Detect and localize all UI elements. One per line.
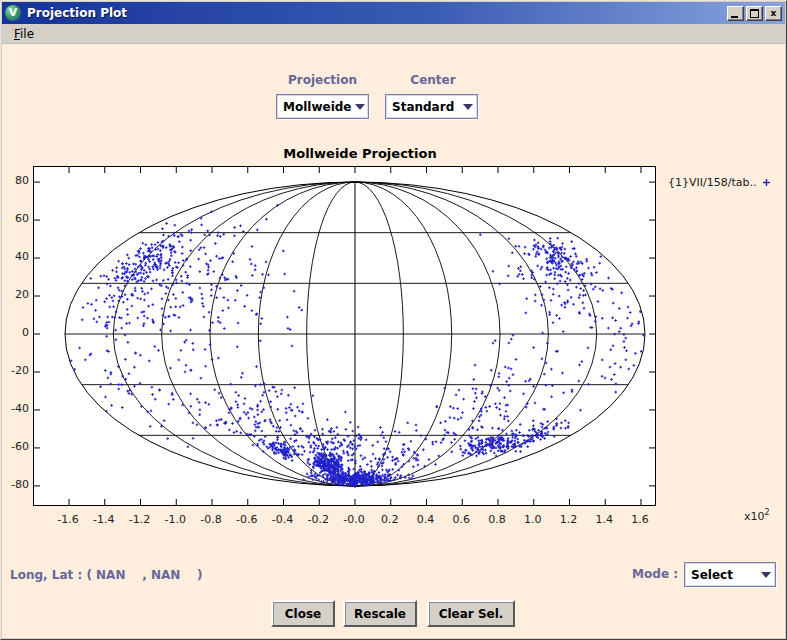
rescale-button[interactable]: Rescale — [343, 600, 417, 627]
mode-label: Mode : — [628, 567, 678, 581]
long-lat-readout: Long, Lat : ( NAN , NAN ) — [10, 568, 202, 582]
menubar: File — [2, 24, 785, 44]
x-tick-label: -0.8 — [200, 513, 221, 526]
mode-dropdown[interactable]: Select — [684, 562, 776, 587]
chevron-down-icon[interactable] — [351, 95, 369, 118]
titlebar[interactable]: V Projection Plot x — [2, 2, 785, 24]
x-tick-label: -1.4 — [93, 513, 114, 526]
y-tick-label: 20 — [0, 288, 29, 301]
x-tick-label: 1.0 — [524, 513, 542, 526]
x-tick-label: 1.6 — [631, 513, 649, 526]
x-tick-label: 1.4 — [596, 513, 614, 526]
y-tick-label: -60 — [0, 440, 29, 453]
close-button[interactable]: Close — [271, 600, 335, 627]
mode-dropdown-value: Select — [685, 568, 757, 582]
x-tick-label: -0.6 — [236, 513, 257, 526]
window-title: Projection Plot — [27, 6, 727, 20]
projection-label: Projection — [280, 73, 365, 87]
plot-title: Mollweide Projection — [260, 146, 460, 161]
projection-dropdown-value: Mollweide — [277, 100, 351, 114]
chevron-down-icon[interactable] — [757, 563, 775, 586]
projection-dropdown[interactable]: Mollweide — [276, 94, 369, 119]
y-tick-label: 40 — [0, 250, 29, 263]
mollweide-plot-svg[interactable] — [34, 167, 655, 505]
x-tick-label: 0.8 — [488, 513, 506, 526]
legend-marker-icon — [762, 178, 771, 187]
x-tick-label: -1.0 — [165, 513, 186, 526]
menu-file[interactable]: File — [8, 25, 40, 43]
legend-label: {1}VII/158/tab.. — [668, 176, 756, 189]
x-tick-label: 0.2 — [381, 513, 399, 526]
legend: {1}VII/158/tab.. — [668, 176, 771, 189]
x-tick-label: 1.2 — [560, 513, 578, 526]
close-icon[interactable]: x — [765, 6, 782, 21]
maximize-icon[interactable] — [746, 6, 763, 21]
x-tick-label: 0.6 — [453, 513, 471, 526]
center-label: Center — [403, 73, 463, 87]
x-tick-label: -1.6 — [57, 513, 78, 526]
chevron-down-icon[interactable] — [459, 95, 477, 118]
y-tick-label: 0 — [0, 326, 29, 339]
clear-sel-button[interactable]: Clear Sel. — [427, 600, 515, 627]
center-dropdown-value: Standard — [386, 100, 459, 114]
center-dropdown[interactable]: Standard — [385, 94, 478, 119]
app-icon: V — [5, 5, 21, 21]
x-tick-label: -0.0 — [343, 513, 364, 526]
x-tick-label: -1.2 — [129, 513, 150, 526]
y-tick-label: -80 — [0, 478, 29, 491]
y-tick-label: -40 — [0, 402, 29, 415]
x-tick-label: 0.4 — [417, 513, 435, 526]
minimize-icon[interactable] — [727, 6, 744, 21]
x-tick-label: -0.4 — [272, 513, 293, 526]
plot-area[interactable] — [33, 166, 656, 506]
y-tick-label: -20 — [0, 364, 29, 377]
x-tick-label: -0.2 — [308, 513, 329, 526]
y-tick-label: 80 — [0, 174, 29, 187]
y-tick-label: 60 — [0, 212, 29, 225]
x-axis-multiplier: x102 — [744, 508, 770, 523]
